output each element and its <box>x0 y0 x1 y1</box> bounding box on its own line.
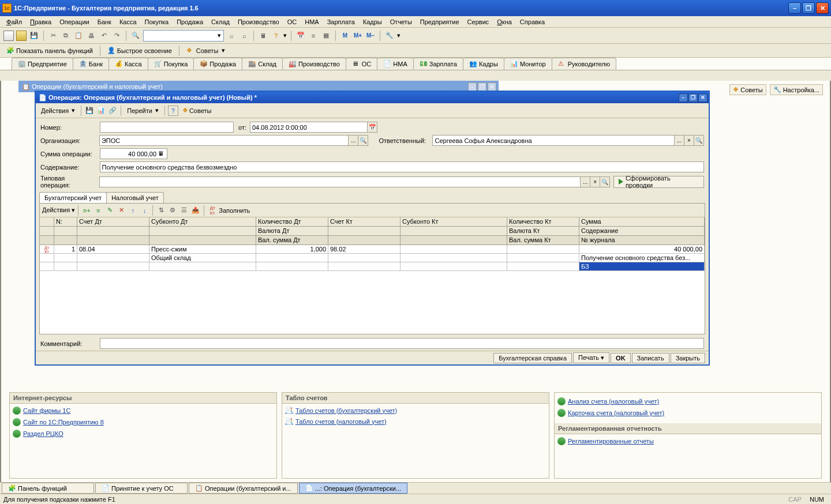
date-input[interactable]: 04.08.2012 0:00:00📅 <box>250 122 377 133</box>
dlg-max[interactable]: ❐ <box>688 93 698 102</box>
print-button[interactable]: Печать ▾ <box>573 352 609 363</box>
menu-bank[interactable]: Банк <box>93 17 115 27</box>
org-input[interactable]: ЭПОС...🔍 <box>99 135 369 146</box>
maximize-button[interactable]: ❐ <box>802 2 815 14</box>
navtab-enterprise[interactable]: 🏢Предприятие <box>12 58 73 70</box>
menu-nma[interactable]: НМА <box>301 17 323 27</box>
navtab-sklad[interactable]: 🏬Склад <box>242 58 283 70</box>
menu-os[interactable]: ОС <box>283 17 301 27</box>
rpanel-settings[interactable]: 🔧Настройка... <box>770 84 823 95</box>
menu-help[interactable]: Справка <box>516 17 549 27</box>
new-icon[interactable] <box>3 31 14 41</box>
content-input[interactable]: Получение основного средства безвозмездн… <box>100 161 704 172</box>
config-icon[interactable]: ⚙ <box>167 205 178 216</box>
lookup-icon[interactable]: 🔍 <box>358 136 368 145</box>
menu-edit[interactable]: Правка <box>26 17 55 27</box>
dlg-min[interactable]: – <box>679 93 688 102</box>
calculator-icon[interactable]: 🖩 <box>156 149 166 159</box>
navtab-bank[interactable]: 🏦Банк <box>73 58 109 70</box>
task-operations[interactable]: 📋Операции (бухгалтерский и... <box>189 483 298 494</box>
menu-reports[interactable]: Отчеты <box>386 17 416 27</box>
lookup-icon[interactable]: 🔍 <box>600 177 609 187</box>
open-icon[interactable] <box>16 31 27 41</box>
clear-icon[interactable]: × <box>684 136 694 145</box>
menu-service[interactable]: Сервис <box>463 17 493 27</box>
link-tablo-nal[interactable]: 📑Табло счетов (налоговый учет) <box>285 418 387 425</box>
navtab-production[interactable]: 🏭Производство <box>282 58 346 70</box>
table-row[interactable]: БЗ <box>40 262 705 271</box>
ok-button[interactable]: OK <box>611 353 631 363</box>
ellipsis-icon[interactable]: ... <box>348 136 358 145</box>
edit-row-icon[interactable]: ✎ <box>104 205 115 216</box>
redo-icon[interactable]: ↷ <box>111 31 122 41</box>
bgwin-close[interactable]: ✕ <box>488 82 496 91</box>
filter2-icon[interactable]: ⌕ <box>239 31 249 41</box>
sum-input[interactable]: 40 000,00🖩 <box>100 148 167 159</box>
copy-icon[interactable]: ⧉ <box>61 31 71 41</box>
dlg-close[interactable]: ✕ <box>698 93 708 102</box>
menu-sklad[interactable]: Склад <box>207 17 234 27</box>
move-up-icon[interactable]: ↑ <box>128 205 138 216</box>
grid-icon[interactable]: ▦ <box>321 31 331 41</box>
calc-icon[interactable]: 🖩 <box>258 31 268 41</box>
link-reglament[interactable]: Регламентированные отчеты <box>557 437 654 445</box>
add-row-icon[interactable]: ≡+ <box>81 205 92 216</box>
close-button[interactable]: Закрыть <box>671 353 705 363</box>
dlg-tips[interactable]: ❖Советы <box>179 106 214 115</box>
lookup-icon[interactable]: 🔍 <box>694 136 703 145</box>
link-1c-site[interactable]: Сайт фирмы 1С <box>13 407 70 415</box>
comment-input[interactable] <box>100 338 704 349</box>
ellipsis-icon[interactable]: ... <box>580 177 590 187</box>
tab-buh[interactable]: Бухгалтерский учет <box>39 192 107 203</box>
menu-file[interactable]: Файл <box>2 17 26 27</box>
search-icon[interactable]: 🔍 <box>130 31 141 41</box>
navtab-monitor[interactable]: 📊Монитор <box>504 58 552 70</box>
grid-actions[interactable]: Действия ▾ <box>42 206 75 214</box>
menu-operations[interactable]: Операции <box>55 17 93 27</box>
dlg-save-icon[interactable]: 💾 <box>84 106 95 116</box>
dt-kt-icon[interactable]: ДтКт <box>207 205 218 216</box>
generate-button[interactable]: Сформировать проводки <box>613 176 704 188</box>
dlg-help-icon[interactable]: ? <box>168 106 178 116</box>
m-icon[interactable]: M <box>340 31 350 41</box>
calendar-icon[interactable]: 📅 <box>367 122 377 132</box>
m-minus-icon[interactable]: M− <box>365 31 376 41</box>
menu-zarplata[interactable]: Зарплата <box>323 17 359 27</box>
quick-learn-button[interactable]: 👤Быстрое освоение <box>104 46 175 56</box>
navtab-nma[interactable]: 📄НМА <box>377 58 413 70</box>
show-panel-button[interactable]: 🧩Показать панель функций <box>3 46 96 56</box>
sort-icon[interactable]: ⇅ <box>156 205 166 216</box>
dlg-report-icon[interactable]: 📊 <box>96 106 106 116</box>
number-input[interactable] <box>100 122 234 133</box>
dlg-actions[interactable]: Действия ▾ <box>38 106 78 115</box>
resp-input[interactable]: Сергеева Софья Александровна...×🔍 <box>432 135 704 146</box>
m-plus-icon[interactable]: M+ <box>353 31 363 41</box>
move-down-icon[interactable]: ↓ <box>139 205 149 216</box>
delete-row-icon[interactable]: ✕ <box>116 205 126 216</box>
selected-cell[interactable]: БЗ <box>579 262 705 271</box>
table-row[interactable]: ДтКт 1 08.04 Пресс-сжим 1,000 98.02 40 0… <box>40 245 705 254</box>
list-icon[interactable]: ≡ <box>308 31 319 41</box>
cut-icon[interactable]: ✂ <box>48 31 58 41</box>
navtab-zarplata[interactable]: 💵Зарплата <box>413 58 463 70</box>
menu-kassa[interactable]: Касса <box>115 17 141 27</box>
reference-button[interactable]: Бухгалтерская справка <box>493 353 572 363</box>
dlg-goto[interactable]: Перейти ▾ <box>124 106 162 115</box>
search-combo[interactable]: ▾ <box>143 30 224 42</box>
menu-prodazha[interactable]: Продажа <box>173 17 207 27</box>
task-operation-active[interactable]: 📄...: Операция (бухгалтерски... <box>299 483 407 494</box>
ellipsis-icon[interactable]: ... <box>674 136 684 145</box>
paste-icon[interactable]: 📋 <box>73 31 84 41</box>
minimize-button[interactable]: – <box>788 2 801 14</box>
help-icon[interactable]: ? <box>271 31 281 41</box>
save-icon[interactable]: 💾 <box>29 31 39 41</box>
navtab-manager[interactable]: ⚠Руководителю <box>552 58 616 70</box>
navtab-kadry[interactable]: 👥Кадры <box>463 58 504 70</box>
bgwin-min[interactable]: – <box>468 82 477 91</box>
tools-icon[interactable]: 🔧 <box>384 31 395 41</box>
undo-icon[interactable]: ↶ <box>99 31 109 41</box>
calendar-icon[interactable]: 📅 <box>295 31 306 41</box>
navtab-pokupka[interactable]: 🛒Покупка <box>148 58 194 70</box>
fill-button[interactable]: Заполнить <box>219 207 250 214</box>
tab-nal[interactable]: Налоговый учет <box>106 192 164 203</box>
